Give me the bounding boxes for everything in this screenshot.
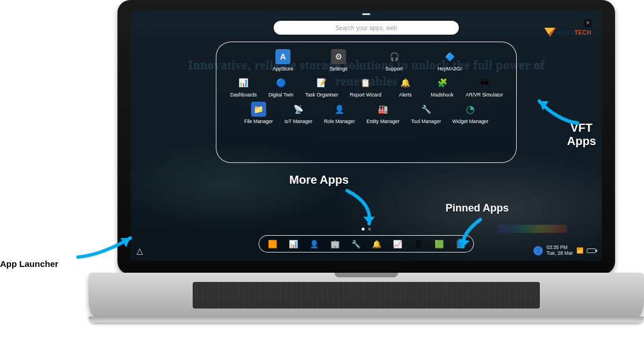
- settings-icon: [331, 49, 346, 64]
- role-manager-icon: [332, 102, 347, 117]
- app-label: HeyMA2GI: [437, 66, 462, 72]
- app-label: Report Wizard: [350, 92, 381, 98]
- app-label: Entity Manager: [366, 119, 399, 124]
- app-widget-manager[interactable]: Widget Manager: [452, 102, 488, 124]
- arrow-pinned-apps-icon: [457, 217, 498, 257]
- app-label: IoT Manager: [285, 119, 312, 124]
- digital-twin-icon: [274, 75, 289, 90]
- app-label: AppStore: [273, 66, 293, 72]
- search-input[interactable]: Search your apps, web: [274, 21, 459, 35]
- report-wizard-icon: [358, 75, 373, 90]
- callout-app-launcher: App Launcher: [0, 259, 58, 269]
- app-task-organiser[interactable]: Task Organiser: [305, 75, 338, 98]
- keyboard: [193, 282, 540, 309]
- tool-manager-icon: [418, 102, 433, 117]
- app-madshook[interactable]: Madshook: [429, 75, 455, 98]
- app-label: Dashboards: [230, 92, 257, 98]
- dock-item-3[interactable]: [309, 239, 319, 249]
- app-report-wizard[interactable]: Report Wizard: [350, 75, 381, 98]
- app-arvr-simulator[interactable]: AR/VR Simulator: [466, 75, 502, 98]
- app-label: Madshook: [431, 92, 454, 98]
- app-label: Digital Twin: [268, 92, 293, 98]
- task-organiser-icon: [314, 75, 329, 90]
- dock-item-7[interactable]: [392, 239, 403, 249]
- callout-more-apps: More Apps: [289, 173, 349, 187]
- arrow-more-apps-icon: [341, 188, 388, 234]
- wifi-icon[interactable]: 📶: [576, 247, 583, 254]
- apps-row-3: File Manager IoT Manager Role Manager En…: [227, 102, 506, 124]
- dock-item-4[interactable]: [330, 239, 340, 249]
- support-icon: [387, 49, 402, 64]
- battery-icon: [587, 248, 596, 253]
- app-label: Settings: [330, 66, 348, 72]
- app-label: AR/VR Simulator: [466, 92, 503, 98]
- brand-text: FLUXTECH: [558, 29, 591, 36]
- dock-item-5[interactable]: [351, 239, 361, 249]
- dashboards-icon: [236, 75, 251, 90]
- app-label: Tool Manager: [411, 119, 441, 124]
- heyma2gi-icon: [442, 49, 457, 64]
- dock-item-6[interactable]: [371, 239, 382, 249]
- app-label: Alerts: [399, 92, 412, 98]
- app-heyma2gi[interactable]: HeyMA2GI: [432, 49, 468, 72]
- app-label: Task Organiser: [305, 92, 338, 98]
- stage: Innovative, reliable storage solutions t…: [0, 0, 644, 338]
- widget-manager-icon: [463, 102, 478, 117]
- app-alerts[interactable]: Alerts: [393, 75, 418, 98]
- laptop-deck: [89, 273, 644, 318]
- system-tray[interactable]: 👤 03:35 PM Tue, 28 Mar 📶: [533, 245, 596, 256]
- notch-indicator: [362, 13, 370, 15]
- app-dashboards[interactable]: Dashboards: [230, 75, 257, 98]
- apps-panel: AppStore Settings Support HeyMA2GI Dashb…: [216, 42, 517, 163]
- brand-logo: FLUXTECH: [544, 28, 591, 37]
- clock: 03:35 PM Tue, 28 Mar: [546, 245, 573, 256]
- appstore-icon: [275, 49, 290, 64]
- clock-date: Tue, 28 Mar: [546, 251, 573, 256]
- dock-item-2[interactable]: [288, 239, 299, 249]
- app-label: Support: [385, 66, 403, 72]
- app-label: Widget Manager: [452, 119, 488, 124]
- laptop-front-edge: [89, 317, 644, 322]
- app-label: Role Manager: [324, 119, 355, 124]
- file-manager-icon: [251, 102, 266, 117]
- apps-row-1: AppStore Settings Support HeyMA2GI: [227, 49, 506, 72]
- app-tool-manager[interactable]: Tool Manager: [411, 102, 441, 124]
- app-appstore[interactable]: AppStore: [265, 49, 301, 72]
- app-label: File Manager: [244, 119, 273, 124]
- iot-manager-icon: [291, 102, 306, 117]
- spectrum-strip: [498, 225, 567, 233]
- arvr-icon: [477, 75, 492, 90]
- arrow-vft-apps-icon: [532, 95, 584, 136]
- app-entity-manager[interactable]: Entity Manager: [366, 102, 399, 124]
- search-placeholder: Search your apps, web: [336, 25, 397, 31]
- arrow-app-launcher-icon: [75, 231, 139, 266]
- svg-marker-0: [363, 217, 375, 224]
- user-avatar-icon[interactable]: 👤: [533, 246, 543, 255]
- alerts-icon: [398, 75, 413, 90]
- dock-inner: [259, 235, 474, 252]
- callout-vft-line2: Apps: [567, 135, 596, 148]
- apps-row-2: Dashboards Digital Twin Task Organiser R…: [227, 75, 506, 98]
- madshook-icon: [435, 75, 450, 90]
- app-settings[interactable]: Settings: [321, 49, 356, 72]
- entity-manager-icon: [376, 102, 391, 117]
- close-button[interactable]: ×: [583, 18, 593, 28]
- dock: [259, 235, 474, 252]
- app-role-manager[interactable]: Role Manager: [324, 102, 355, 124]
- app-digital-twin[interactable]: Digital Twin: [268, 75, 294, 98]
- app-file-manager[interactable]: File Manager: [244, 102, 273, 124]
- dock-item-8[interactable]: [413, 239, 424, 249]
- svg-marker-1: [458, 239, 470, 247]
- brand-mark-icon: [544, 28, 556, 37]
- callout-pinned-apps: Pinned Apps: [446, 202, 509, 214]
- dock-item-9[interactable]: [434, 239, 444, 249]
- app-support[interactable]: Support: [376, 49, 412, 72]
- app-iot-manager[interactable]: IoT Manager: [285, 102, 312, 124]
- dock-item-1[interactable]: [267, 239, 278, 249]
